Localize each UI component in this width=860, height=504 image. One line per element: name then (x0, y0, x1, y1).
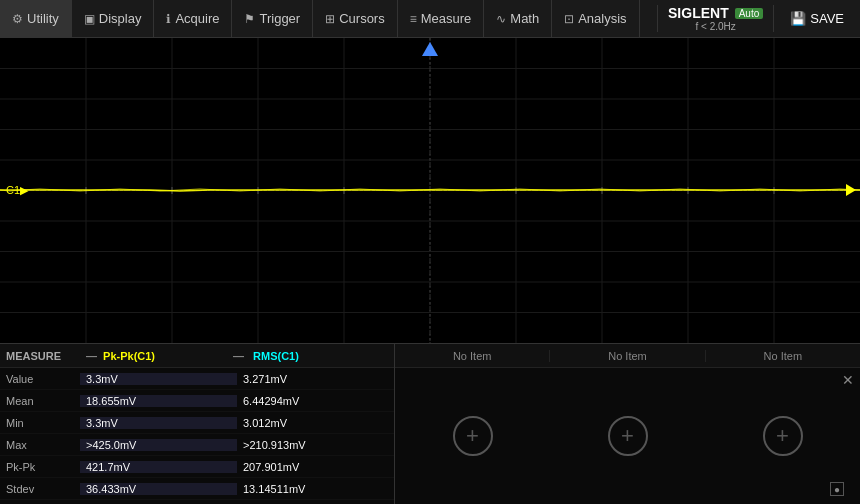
analysis-icon: ⊡ (564, 12, 574, 26)
display-icon: ▣ (84, 12, 95, 26)
svg-text:C1▶: C1▶ (6, 184, 29, 196)
table-row: Value 3.3mV 3.271mV (0, 368, 394, 390)
trigger-icon: ⚑ (244, 12, 255, 26)
measure-table: MEASURE — Pk-Pk(C1) — RMS(C1) Value 3.3m… (0, 344, 395, 504)
measure-header: MEASURE — Pk-Pk(C1) — RMS(C1) (0, 344, 394, 368)
col1-header: — Pk-Pk(C1) (80, 350, 227, 362)
table-row: Max >425.0mV >210.913mV (0, 434, 394, 456)
menu-utility[interactable]: ⚙ Utility (0, 0, 72, 37)
add-measure-btn-3[interactable]: + (763, 416, 803, 456)
menu-analysis[interactable]: ⊡ Analysis (552, 0, 639, 37)
utility-icon: ⚙ (12, 12, 23, 26)
no-item-row: No Item No Item No Item (395, 344, 860, 368)
col1-dash: — (227, 350, 247, 362)
table-row: Pk-Pk 421.7mV 207.901mV (0, 456, 394, 478)
grid: C1▶ (0, 38, 860, 343)
menu-display[interactable]: ▣ Display (72, 0, 155, 37)
table-row: Mean 18.655mV 6.44294mV (0, 390, 394, 412)
scroll-indicator: ● (830, 482, 844, 496)
top-menu-bar: ⚙ Utility ▣ Display ℹ Acquire ⚑ Trigger … (0, 0, 860, 38)
menu-math[interactable]: ∿ Math (484, 0, 552, 37)
cursors-icon: ⊞ (325, 12, 335, 26)
acquire-icon: ℹ (166, 12, 171, 26)
brand-info: SIGLENT Auto f < 2.0Hz (657, 5, 774, 32)
col2-header: RMS(C1) (247, 350, 394, 362)
no-item-1: No Item (395, 350, 550, 362)
save-button[interactable]: 💾 SAVE (774, 0, 860, 37)
menu-acquire[interactable]: ℹ Acquire (154, 0, 232, 37)
measure-icon: ≡ (410, 12, 417, 26)
close-measure-btn[interactable]: ✕ (840, 372, 856, 388)
measure-label: MEASURE (0, 350, 80, 362)
no-item-2: No Item (550, 350, 705, 362)
table-row: Stdev 36.433mV 13.14511mV (0, 478, 394, 500)
measure-right: No Item No Item No Item + + + ✕ ● (395, 344, 860, 504)
menu-measure[interactable]: ≡ Measure (398, 0, 485, 37)
menu-trigger[interactable]: ⚑ Trigger (232, 0, 313, 37)
table-row: Count 388 388 (0, 500, 394, 504)
add-measure-btn-1[interactable]: + (453, 416, 493, 456)
measure-panel: MEASURE — Pk-Pk(C1) — RMS(C1) Value 3.3m… (0, 343, 860, 504)
menu-cursors[interactable]: ⊞ Cursors (313, 0, 398, 37)
measure-table-area: MEASURE — Pk-Pk(C1) — RMS(C1) Value 3.3m… (0, 344, 860, 504)
plus-btn-row: + + + ✕ ● (395, 368, 860, 504)
table-row: Min 3.3mV 3.012mV (0, 412, 394, 434)
save-icon: 💾 (790, 11, 806, 26)
no-item-3: No Item (706, 350, 860, 362)
math-icon: ∿ (496, 12, 506, 26)
add-measure-btn-2[interactable]: + (608, 416, 648, 456)
scope-display: C1▶ (0, 38, 860, 343)
